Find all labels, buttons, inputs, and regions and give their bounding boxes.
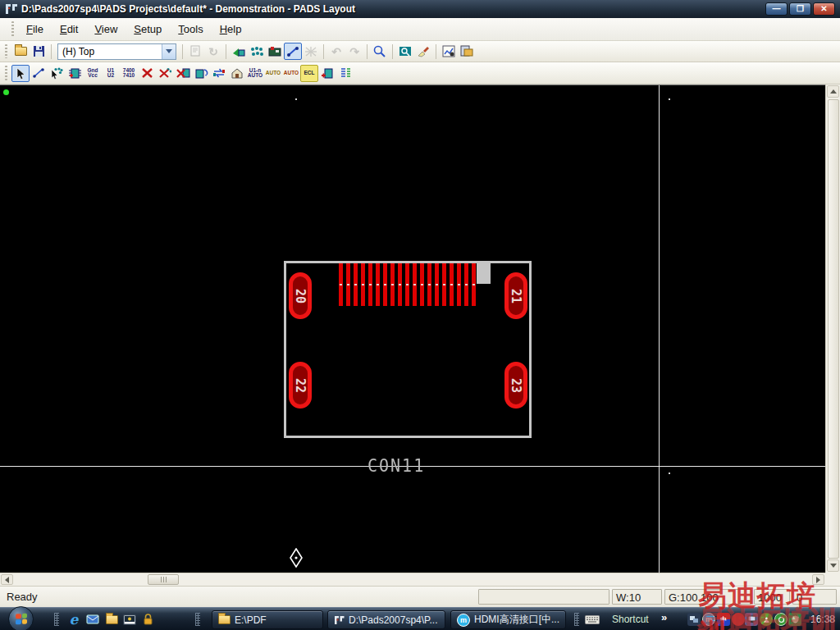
select-button[interactable] [11, 65, 30, 82]
eco-list-button[interactable] [336, 65, 354, 82]
pad-23[interactable]: 23 [504, 362, 527, 409]
menu-file[interactable]: File [18, 20, 52, 39]
delete-route-button[interactable] [138, 65, 156, 82]
save-button[interactable] [30, 43, 48, 60]
taskbar-button-pads[interactable]: D:\Pads2007sp4\P... [327, 610, 445, 629]
reference-designator[interactable]: CON11 [368, 455, 425, 476]
rename-net-button[interactable]: Gnd Vcc [84, 65, 102, 82]
add-ic-button[interactable] [318, 65, 336, 82]
pad-21[interactable]: 21 [504, 272, 527, 319]
pin-pad[interactable] [457, 263, 461, 306]
internet-explorer-icon[interactable]: e [66, 611, 82, 628]
minimize-button[interactable]: — [765, 2, 788, 16]
chevron-icon[interactable]: » [661, 611, 667, 623]
board-line-vertical[interactable] [659, 85, 660, 573]
menu-tools[interactable]: Tools [170, 20, 211, 39]
add-component-button[interactable] [66, 65, 84, 82]
menu-view[interactable]: View [86, 20, 126, 39]
start-button[interactable] [8, 606, 34, 630]
pin-pad[interactable] [354, 263, 358, 306]
horizontal-scroll-thumb[interactable] [148, 574, 179, 585]
scroll-down-button[interactable] [827, 559, 839, 572]
tray-clock[interactable]: 16:38 [810, 614, 835, 625]
pad-22[interactable]: 22 [289, 362, 312, 409]
menu-help[interactable]: Help [212, 20, 250, 39]
pin-pad[interactable] [390, 263, 395, 306]
component-con11[interactable]: 20 21 22 23 [284, 261, 532, 438]
pin-pad[interactable] [376, 263, 380, 306]
menu-setup[interactable]: Setup [126, 20, 170, 39]
ecl-button[interactable]: ECL [300, 65, 318, 82]
folder-icon[interactable] [103, 611, 120, 628]
show-desktop-icon[interactable] [121, 611, 138, 628]
design-canvas[interactable]: 20 21 22 23 CON11 [0, 84, 825, 573]
restore-button[interactable]: ❐ [789, 2, 811, 16]
shield-tray-icon[interactable] [788, 613, 801, 626]
gate-decal-button[interactable] [228, 65, 246, 82]
vertical-scroll-thumb[interactable] [828, 99, 839, 559]
pin-row[interactable] [339, 263, 476, 306]
pin-pad[interactable] [435, 263, 439, 306]
red-app-tray-icon[interactable] [732, 613, 745, 626]
menu-edit[interactable]: Edit [52, 20, 86, 39]
pin-pad[interactable] [442, 263, 446, 306]
taskbar-button-pdf[interactable]: E:\PDF [212, 610, 323, 629]
shortcut-label[interactable]: Shortcut [612, 614, 649, 625]
tray-grip[interactable] [574, 613, 579, 626]
vertical-scrollbar[interactable] [825, 84, 840, 573]
pad-20[interactable]: 20 [289, 272, 312, 319]
pin-pad[interactable] [405, 263, 409, 306]
report-button[interactable] [440, 43, 458, 60]
scroll-right-button[interactable] [812, 574, 824, 585]
updater-tray-icon[interactable] [774, 613, 788, 626]
pin-pad[interactable] [368, 263, 372, 306]
close-button[interactable]: ✕ [813, 2, 835, 16]
layer-combobox[interactable]: (H) Top [57, 43, 176, 60]
pin-pad[interactable] [361, 263, 365, 306]
combobox-dropdown-icon[interactable] [162, 44, 176, 59]
cleanup-button[interactable] [414, 43, 432, 60]
zoom-button[interactable] [371, 43, 389, 60]
undo-button[interactable]: ↶ [327, 43, 345, 60]
redraw-button[interactable]: ↻ [204, 43, 222, 60]
maxthon-tray-icon[interactable]: m [702, 613, 715, 626]
menubar-grip[interactable] [11, 21, 14, 37]
keyboard-icon[interactable] [584, 611, 600, 628]
network-tray-icon[interactable] [687, 613, 701, 626]
pin-pad[interactable] [398, 263, 402, 306]
redo-button[interactable]: ↷ [345, 43, 363, 60]
quicklaunch-grip[interactable] [54, 613, 59, 626]
pin-pad[interactable] [339, 263, 343, 306]
pin-pad[interactable] [464, 263, 468, 306]
toolbar1-grip[interactable] [5, 44, 7, 59]
pin-pad[interactable] [383, 263, 387, 306]
delete-component-button[interactable] [174, 65, 192, 82]
display-tray-icon[interactable] [745, 613, 758, 626]
design-toolbar-button[interactable] [230, 43, 248, 60]
workspace-button[interactable] [458, 43, 476, 60]
pin-pad[interactable] [450, 263, 454, 306]
pin-pad[interactable] [413, 263, 417, 306]
change-part-type-button[interactable]: 7400 7410 [120, 65, 138, 82]
open-button[interactable] [11, 43, 30, 60]
swap-parts-button[interactable] [210, 65, 228, 82]
taskband-grip[interactable] [195, 613, 200, 626]
board-zoom-button[interactable] [396, 43, 414, 60]
drafting-toolbar-button[interactable] [302, 43, 320, 60]
scroll-left-button[interactable] [1, 574, 13, 585]
taskbar-button-hdmi[interactable]: m HDMI高清接口[中... [450, 610, 566, 629]
ime-tray-icon[interactable]: 中 [717, 613, 730, 626]
auto-swap-gates-button[interactable]: AUTO [264, 65, 282, 82]
email-icon[interactable] [84, 611, 101, 628]
lock-icon[interactable] [139, 611, 156, 628]
delete-connection-button[interactable] [156, 65, 174, 82]
add-connection-button[interactable] [48, 65, 66, 82]
dimensioning-toolbar-button[interactable] [248, 43, 266, 60]
eco-toolbar-button[interactable] [284, 43, 302, 60]
bga-toolbar-button[interactable] [266, 43, 284, 60]
green-user-tray-icon[interactable] [760, 613, 773, 626]
auto-rename-button[interactable]: U1-n AUTO [246, 65, 264, 82]
pin-pad[interactable] [346, 263, 350, 306]
scroll-up-button[interactable] [827, 85, 839, 98]
pin-pad[interactable] [420, 263, 424, 306]
